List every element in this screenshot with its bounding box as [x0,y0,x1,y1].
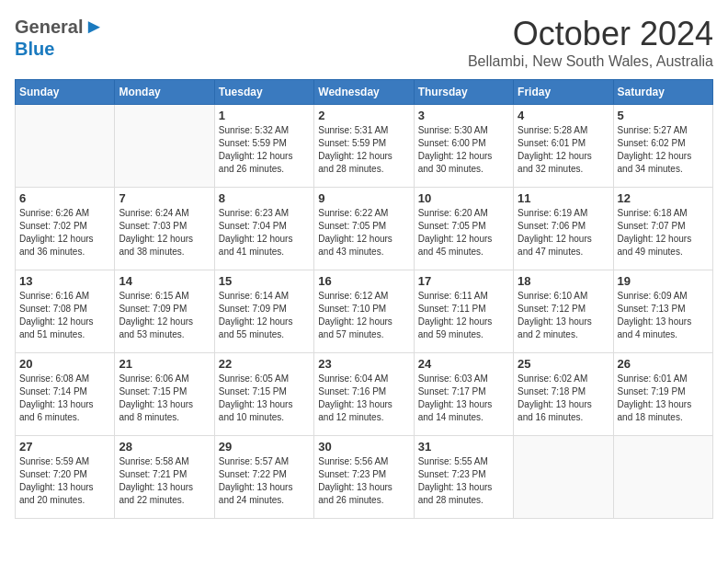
day-number: 9 [318,191,409,205]
logo-general: General [15,17,83,37]
day-number: 8 [219,191,310,205]
calendar-cell: 20Sunrise: 6:08 AM Sunset: 7:14 PM Dayli… [16,353,115,436]
day-info: Sunrise: 5:56 AM Sunset: 7:23 PM Dayligh… [318,455,409,507]
day-number: 19 [618,274,709,288]
calendar-cell [514,436,613,519]
calendar-cell: 3Sunrise: 5:30 AM Sunset: 6:00 PM Daylig… [414,105,513,188]
day-number: 7 [119,191,210,205]
day-info: Sunrise: 5:28 AM Sunset: 6:01 PM Dayligh… [518,124,609,176]
calendar-cell: 16Sunrise: 6:12 AM Sunset: 7:10 PM Dayli… [314,270,414,353]
calendar-cell: 8Sunrise: 6:23 AM Sunset: 7:04 PM Daylig… [214,188,313,270]
day-number: 3 [418,109,509,122]
calendar-cell: 30Sunrise: 5:56 AM Sunset: 7:23 PM Dayli… [314,436,414,519]
day-info: Sunrise: 6:22 AM Sunset: 7:05 PM Dayligh… [318,207,409,259]
weekday-header-tuesday: Tuesday [214,80,313,105]
calendar-cell: 9Sunrise: 6:22 AM Sunset: 7:05 PM Daylig… [314,188,414,270]
calendar-cell: 15Sunrise: 6:14 AM Sunset: 7:09 PM Dayli… [214,270,313,353]
weekday-header-sunday: Sunday [16,80,115,105]
day-info: Sunrise: 6:12 AM Sunset: 7:10 PM Dayligh… [318,290,409,341]
day-info: Sunrise: 6:10 AM Sunset: 7:12 PM Dayligh… [518,290,609,341]
day-info: Sunrise: 5:55 AM Sunset: 7:23 PM Dayligh… [418,455,509,507]
day-info: Sunrise: 6:11 AM Sunset: 7:11 PM Dayligh… [418,290,509,341]
day-number: 28 [119,440,210,454]
calendar-cell: 25Sunrise: 6:02 AM Sunset: 7:18 PM Dayli… [514,353,613,436]
day-info: Sunrise: 6:19 AM Sunset: 7:06 PM Dayligh… [518,207,609,259]
calendar-week-row: 27Sunrise: 5:59 AM Sunset: 7:20 PM Dayli… [16,436,713,519]
calendar-cell: 19Sunrise: 6:09 AM Sunset: 7:13 PM Dayli… [613,270,712,353]
calendar-cell: 27Sunrise: 5:59 AM Sunset: 7:20 PM Dayli… [16,436,115,519]
calendar-cell: 7Sunrise: 6:24 AM Sunset: 7:03 PM Daylig… [115,188,214,270]
calendar-cell: 22Sunrise: 6:05 AM Sunset: 7:15 PM Dayli… [214,353,313,436]
day-info: Sunrise: 6:06 AM Sunset: 7:15 PM Dayligh… [119,373,210,424]
calendar-week-row: 20Sunrise: 6:08 AM Sunset: 7:14 PM Dayli… [16,353,713,436]
logo-blue: Blue [15,39,54,59]
day-info: Sunrise: 6:04 AM Sunset: 7:16 PM Dayligh… [318,373,409,424]
day-info: Sunrise: 6:01 AM Sunset: 7:19 PM Dayligh… [618,373,709,424]
calendar-cell: 21Sunrise: 6:06 AM Sunset: 7:15 PM Dayli… [115,353,214,436]
day-number: 14 [119,274,210,288]
day-number: 11 [518,191,609,205]
day-info: Sunrise: 6:18 AM Sunset: 7:07 PM Dayligh… [618,207,709,259]
calendar-cell: 24Sunrise: 6:03 AM Sunset: 7:17 PM Dayli… [414,353,513,436]
day-number: 23 [318,357,409,371]
day-info: Sunrise: 5:31 AM Sunset: 5:59 PM Dayligh… [318,124,409,176]
location-title: Bellambi, New South Wales, Australia [468,53,713,70]
day-number: 6 [19,191,110,205]
calendar-cell: 26Sunrise: 6:01 AM Sunset: 7:19 PM Dayli… [613,353,712,436]
calendar-cell: 2Sunrise: 5:31 AM Sunset: 5:59 PM Daylig… [314,105,414,188]
calendar-cell: 1Sunrise: 5:32 AM Sunset: 5:59 PM Daylig… [214,105,313,188]
day-info: Sunrise: 6:03 AM Sunset: 7:17 PM Dayligh… [418,373,509,424]
day-number: 26 [618,357,709,371]
day-info: Sunrise: 6:23 AM Sunset: 7:04 PM Dayligh… [219,207,310,259]
calendar-cell: 28Sunrise: 5:58 AM Sunset: 7:21 PM Dayli… [115,436,214,519]
day-info: Sunrise: 6:20 AM Sunset: 7:05 PM Dayligh… [418,207,509,259]
day-info: Sunrise: 6:02 AM Sunset: 7:18 PM Dayligh… [518,373,609,424]
day-info: Sunrise: 5:59 AM Sunset: 7:20 PM Dayligh… [19,455,110,507]
day-number: 20 [19,357,110,371]
day-info: Sunrise: 6:16 AM Sunset: 7:08 PM Dayligh… [19,290,110,341]
calendar-cell: 6Sunrise: 6:26 AM Sunset: 7:02 PM Daylig… [16,188,115,270]
day-info: Sunrise: 6:14 AM Sunset: 7:09 PM Dayligh… [219,290,310,341]
calendar-cell: 10Sunrise: 6:20 AM Sunset: 7:05 PM Dayli… [414,188,513,270]
calendar-cell: 31Sunrise: 5:55 AM Sunset: 7:23 PM Dayli… [414,436,513,519]
day-info: Sunrise: 6:08 AM Sunset: 7:14 PM Dayligh… [19,373,110,424]
calendar-cell: 29Sunrise: 5:57 AM Sunset: 7:22 PM Dayli… [214,436,313,519]
logo-icon: ► [84,15,104,39]
month-title: October 2024 [468,15,713,53]
calendar-cell [613,436,712,519]
day-info: Sunrise: 6:15 AM Sunset: 7:09 PM Dayligh… [119,290,210,341]
day-number: 17 [418,274,509,288]
day-number: 16 [318,274,409,288]
day-number: 21 [119,357,210,371]
day-number: 2 [318,109,409,122]
calendar-cell [16,105,115,188]
title-section: October 2024 Bellambi, New South Wales, … [468,15,713,70]
day-number: 12 [618,191,709,205]
day-number: 29 [219,440,310,454]
day-number: 22 [219,357,310,371]
day-info: Sunrise: 6:05 AM Sunset: 7:15 PM Dayligh… [219,373,310,424]
day-number: 24 [418,357,509,371]
calendar-cell: 23Sunrise: 6:04 AM Sunset: 7:16 PM Dayli… [314,353,414,436]
day-info: Sunrise: 6:24 AM Sunset: 7:03 PM Dayligh… [119,207,210,259]
weekday-header-friday: Friday [514,80,613,105]
calendar-cell: 12Sunrise: 6:18 AM Sunset: 7:07 PM Dayli… [613,188,712,270]
calendar-cell: 5Sunrise: 5:27 AM Sunset: 6:02 PM Daylig… [613,105,712,188]
weekday-header-monday: Monday [115,80,214,105]
day-number: 25 [518,357,609,371]
calendar-cell: 14Sunrise: 6:15 AM Sunset: 7:09 PM Dayli… [115,270,214,353]
day-number: 13 [19,274,110,288]
calendar-cell [115,105,214,188]
day-number: 1 [219,109,310,122]
weekday-header-wednesday: Wednesday [314,80,414,105]
calendar-cell: 18Sunrise: 6:10 AM Sunset: 7:12 PM Dayli… [514,270,613,353]
weekday-header-row: SundayMondayTuesdayWednesdayThursdayFrid… [16,80,713,105]
day-number: 15 [219,274,310,288]
calendar-table: SundayMondayTuesdayWednesdayThursdayFrid… [15,79,713,519]
day-info: Sunrise: 5:58 AM Sunset: 7:21 PM Dayligh… [119,455,210,507]
day-number: 18 [518,274,609,288]
day-info: Sunrise: 6:09 AM Sunset: 7:13 PM Dayligh… [618,290,709,341]
day-info: Sunrise: 5:57 AM Sunset: 7:22 PM Dayligh… [219,455,310,507]
page-header: General► Blue October 2024 Bellambi, New… [15,15,713,70]
calendar-week-row: 13Sunrise: 6:16 AM Sunset: 7:08 PM Dayli… [16,270,713,353]
